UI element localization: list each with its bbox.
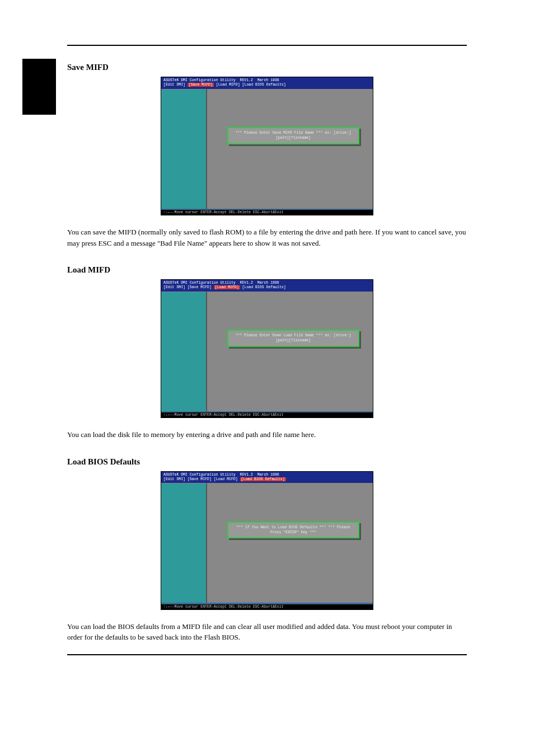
dos-footer: ↑↓←→-Move cursor ENTER-Accept DEL-Delete… bbox=[161, 412, 373, 417]
dos-menu-save: [Edit DMI] [Save MIFD] [Load MIFD] [Load… bbox=[163, 83, 286, 87]
dos-menu-load: [Edit DMI] [Save MIFD] [Load MIFD] [Load… bbox=[163, 285, 286, 289]
dos-footer: ↑↓←→-Move cursor ENTER-Accept DEL-Delete… bbox=[161, 210, 373, 215]
dos-main: *** If You Want to Load BIOS Defaults **… bbox=[207, 483, 373, 603]
section-text-defaults: You can load the BIOS defaults from a MI… bbox=[67, 621, 467, 643]
dos-title: ASUSTeK DMI Configuration Utility REV1.2… bbox=[163, 78, 279, 82]
dos-titlebar: ASUSTeK DMI Configuration Utility REV1.2… bbox=[161, 472, 373, 483]
dos-prompt-defaults: *** If You Want to Load BIOS Defaults **… bbox=[227, 522, 360, 538]
dos-main: *** Please Enter Save MIFD File Name ***… bbox=[207, 89, 373, 209]
section-text-save: You can save the MIFD (normally only sav… bbox=[67, 227, 467, 248]
side-tab bbox=[22, 59, 56, 115]
dos-title: ASUSTeK DMI Configuration Utility REV1.2… bbox=[163, 281, 279, 285]
screenshot-save: ASUSTeK DMI Configuration Utility REV1.2… bbox=[161, 77, 373, 215]
screenshot-load: ASUSTeK DMI Configuration Utility REV1.2… bbox=[161, 279, 373, 418]
dos-main: *** Please Enter Down Load File Name ***… bbox=[207, 292, 373, 411]
top-rule bbox=[67, 45, 467, 46]
dos-title: ASUSTeK DMI Configuration Utility REV1.2… bbox=[163, 473, 279, 477]
dos-prompt-save: *** Please Enter Save MIFD File Name ***… bbox=[227, 127, 360, 144]
dos-sidebar bbox=[161, 483, 207, 603]
dos-sidebar bbox=[161, 89, 207, 209]
dos-body: *** Please Enter Down Load File Name ***… bbox=[161, 292, 373, 411]
dos-sidebar bbox=[161, 292, 207, 411]
dos-menu-defaults: [Edit DMI] [Save MIFD] [Load MIFD] [Load… bbox=[163, 477, 286, 481]
dos-body: *** If You Want to Load BIOS Defaults **… bbox=[161, 483, 373, 603]
dos-titlebar: ASUSTeK DMI Configuration Utility REV1.2… bbox=[161, 77, 373, 89]
document-page: Save MIFD ASUSTeK DMI Configuration Util… bbox=[0, 0, 534, 756]
section-text-load: You can load the disk file to memory by … bbox=[67, 429, 467, 440]
screenshot-defaults: ASUSTeK DMI Configuration Utility REV1.2… bbox=[161, 471, 373, 610]
dos-prompt-load: *** Please Enter Down Load File Name ***… bbox=[227, 330, 360, 346]
section-title-defaults: Load BIOS Defaults bbox=[67, 457, 467, 467]
section-title-load: Load MIFD bbox=[67, 265, 467, 275]
dos-footer: ↑↓←→-Move cursor ENTER-Accept DEL-Delete… bbox=[161, 604, 373, 609]
dos-titlebar: ASUSTeK DMI Configuration Utility REV1.2… bbox=[161, 280, 373, 292]
section-title-save: Save MIFD bbox=[67, 63, 467, 72]
dos-body: *** Please Enter Save MIFD File Name ***… bbox=[161, 89, 373, 209]
bottom-rule bbox=[67, 654, 467, 655]
